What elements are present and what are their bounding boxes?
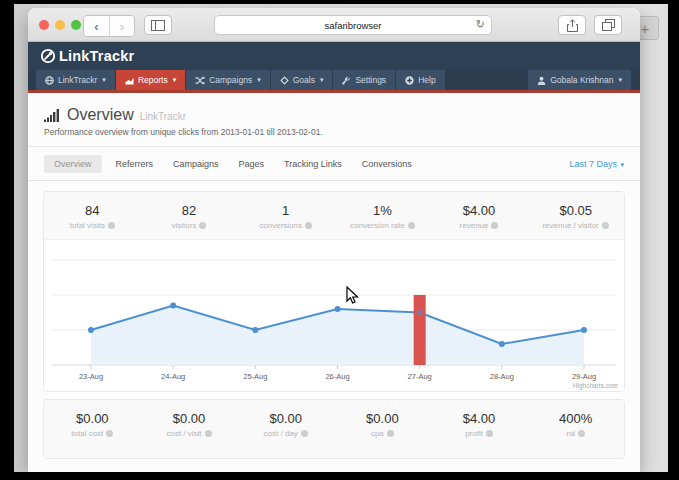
stat-label: cost / visit (166, 429, 201, 438)
minimize-window-button[interactable] (55, 20, 65, 30)
info-icon[interactable] (602, 222, 609, 229)
stat-label: roi (566, 429, 575, 438)
zoom-window-button[interactable] (71, 20, 81, 30)
nav-item-goals[interactable]: Goals ▾ (271, 70, 333, 90)
stat-value: $0.00 (334, 411, 431, 426)
tab-overview[interactable]: Overview (44, 155, 102, 173)
tab-pages[interactable]: Pages (239, 159, 265, 169)
info-icon[interactable] (106, 430, 113, 437)
app-logo[interactable]: LinkTrackr (40, 48, 134, 64)
chevron-down-icon: ▾ (618, 76, 622, 84)
svg-text:23-Aug: 23-Aug (79, 372, 103, 381)
tab-tracking-links[interactable]: Tracking Links (284, 159, 342, 169)
stat-value: $0.00 (141, 411, 238, 426)
browser-toolbar: ‹ › safaribrowser ↻ (28, 8, 640, 42)
stat-label: visitors (172, 221, 197, 230)
stat-value: $0.05 (527, 203, 624, 218)
stat-value: 1% (334, 203, 431, 218)
stat-conversions: 1conversions (237, 203, 334, 230)
close-window-button[interactable] (39, 20, 49, 30)
forward-button[interactable]: › (109, 16, 134, 36)
browser-window: ‹ › safaribrowser ↻ (28, 8, 640, 472)
info-icon[interactable] (205, 430, 212, 437)
page-title: Overview (67, 106, 134, 124)
svg-text:24-Aug: 24-Aug (161, 372, 185, 381)
stat-value: $0.00 (44, 411, 141, 426)
shuffle-icon (195, 76, 205, 85)
page-subtitle: Performance overview from unique clicks … (44, 127, 624, 137)
stat-cpa: $0.00cpa (334, 411, 431, 438)
chart-icon (125, 76, 134, 85)
stat-label: conversion rate (350, 221, 405, 230)
nav-label: Settings (355, 75, 386, 85)
stat-label: profit (465, 429, 483, 438)
nav-label: Reports (138, 75, 168, 85)
user-icon (537, 76, 546, 85)
stat-revenue: $4.00revenue (431, 203, 528, 230)
date-range-dropdown[interactable]: Last 7 Days ▾ (569, 159, 624, 169)
tab-conversions[interactable]: Conversions (362, 159, 412, 169)
chevron-down-icon: ▾ (102, 76, 106, 84)
info-icon[interactable] (199, 222, 206, 229)
back-button[interactable]: ‹ (84, 16, 109, 36)
info-icon[interactable] (108, 222, 115, 229)
tab-referrers[interactable]: Referrers (116, 159, 154, 169)
info-icon[interactable] (301, 430, 308, 437)
stat-cost-visit: $0.00cost / visit (141, 411, 238, 438)
chevron-down-icon: ▾ (320, 76, 324, 84)
sidebar-toggle-button[interactable] (144, 15, 172, 35)
tabs-overview-button[interactable] (594, 15, 622, 35)
nav-label: Campaigns (209, 75, 252, 85)
sidebar-icon (151, 20, 165, 31)
stat-value: $4.00 (431, 411, 528, 426)
stat-conversion-rate: 1%conversion rate (334, 203, 431, 230)
nav-item-linktrackr[interactable]: LinkTrackr ▾ (36, 70, 115, 90)
stat-label: cpa (371, 429, 384, 438)
stat-label: revenue / visitor (542, 221, 598, 230)
info-icon[interactable] (305, 222, 312, 229)
share-button[interactable] (558, 15, 586, 35)
cost-panel: $0.00total cost$0.00cost / visit$0.00cos… (43, 399, 625, 459)
svg-text:26-Aug: 26-Aug (325, 372, 349, 381)
stat-revenue-visitor: $0.05revenue / visitor (527, 203, 624, 230)
info-icon[interactable] (408, 222, 415, 229)
stat-roi: 400%roi (527, 411, 624, 438)
visits-chart[interactable]: 23-Aug24-Aug25-Aug26-Aug27-Aug28-Aug29-A… (44, 239, 624, 391)
address-bar[interactable]: safaribrowser ↻ (214, 15, 492, 35)
info-icon[interactable] (486, 430, 493, 437)
stat-value: $4.00 (431, 203, 528, 218)
info-icon[interactable] (387, 430, 394, 437)
reload-icon[interactable]: ↻ (476, 18, 485, 31)
bottom-stats-row: $0.00total cost$0.00cost / visit$0.00cos… (44, 400, 624, 458)
nav-label: Help (418, 75, 435, 85)
nav-item-settings[interactable]: Settings (333, 70, 395, 90)
date-range-label: Last 7 Days (569, 159, 617, 169)
help-icon (405, 76, 414, 85)
info-icon[interactable] (578, 430, 585, 437)
nav-item-campaigns[interactable]: Campaigns ▾ (186, 70, 270, 90)
stat-total-visits: 84total visits (44, 203, 141, 230)
top-stats-row: 84total visits82visitors1conversions1%co… (44, 192, 624, 239)
user-menu[interactable]: Gobala Krishnan ▾ (528, 70, 631, 90)
stat-label: cost / day (264, 429, 298, 438)
stat-label: revenue (460, 221, 489, 230)
desktop-background: + ‹ › safaribrowser ↻ (14, 4, 668, 472)
stat-value: 84 (44, 203, 141, 218)
tab-campaigns[interactable]: Campaigns (173, 159, 219, 169)
wrench-icon (342, 76, 351, 85)
page-content: Overview LinkTrackr Performance overview… (28, 93, 640, 472)
stat-value: 400% (527, 411, 624, 426)
svg-text:29-Aug: 29-Aug (572, 372, 596, 381)
goal-diamond-icon (280, 76, 289, 85)
stat-label: total cost (71, 429, 103, 438)
nav-item-help[interactable]: Help (396, 70, 444, 90)
svg-text:27-Aug: 27-Aug (408, 372, 432, 381)
linktrackr-logo-icon (40, 48, 56, 64)
nav-item-reports[interactable]: Reports ▾ (116, 70, 185, 90)
chevron-down-icon: ▾ (257, 76, 261, 84)
stats-bars-icon (44, 109, 61, 122)
info-icon[interactable] (491, 222, 498, 229)
stat-total-cost: $0.00total cost (44, 411, 141, 438)
url-text: safaribrowser (324, 20, 381, 31)
share-icon (567, 19, 578, 32)
